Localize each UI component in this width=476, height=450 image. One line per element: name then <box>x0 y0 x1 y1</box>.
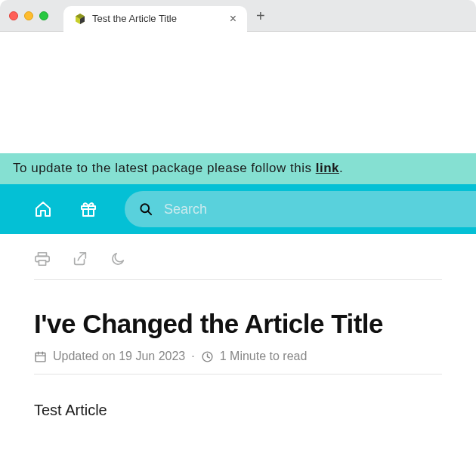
search-input[interactable] <box>164 202 476 217</box>
svg-line-7 <box>148 211 151 214</box>
window-close-button[interactable] <box>9 11 18 20</box>
svg-rect-9 <box>39 260 45 265</box>
tab-close-button[interactable]: × <box>227 11 240 26</box>
banner-text-before: To update to the latest package please f… <box>13 161 316 175</box>
svg-rect-10 <box>36 353 45 361</box>
browser-titlebar: Test the Article Title × + <box>0 0 476 32</box>
search-bar[interactable] <box>125 191 476 227</box>
calendar-icon <box>34 350 47 363</box>
tab-favicon <box>74 13 86 25</box>
new-tab-button[interactable]: + <box>256 8 265 23</box>
svg-line-16 <box>207 356 209 357</box>
meta-separator: · <box>191 350 194 363</box>
clock-icon <box>201 350 214 363</box>
update-banner: To update to the latest package please f… <box>0 153 476 184</box>
article-meta: Updated on 19 Jun 2023 · 1 Minute to rea… <box>34 350 442 374</box>
action-row <box>34 249 442 280</box>
banner-text-after: . <box>339 161 343 175</box>
tab-title: Test the Article Title <box>92 13 221 24</box>
article-title: I've Changed the Article Title <box>34 309 442 339</box>
window-maximize-button[interactable] <box>39 11 48 20</box>
dark-mode-icon[interactable] <box>110 251 126 267</box>
banner-link[interactable]: link <box>316 161 339 175</box>
home-icon[interactable] <box>34 200 52 218</box>
traffic-lights <box>9 11 48 20</box>
navbar <box>0 184 476 234</box>
share-icon[interactable] <box>72 251 88 267</box>
updated-date: Updated on 19 Jun 2023 <box>53 350 185 363</box>
empty-header-area <box>0 32 476 153</box>
print-icon[interactable] <box>34 251 51 267</box>
browser-tab[interactable]: Test the Article Title × <box>63 6 247 32</box>
window-minimize-button[interactable] <box>24 11 33 20</box>
read-time: 1 Minute to read <box>220 350 308 363</box>
content-area: I've Changed the Article Title Updated o… <box>0 234 476 450</box>
article-body: Test Article <box>34 402 442 450</box>
gift-icon[interactable] <box>79 200 97 218</box>
search-icon <box>138 202 153 217</box>
